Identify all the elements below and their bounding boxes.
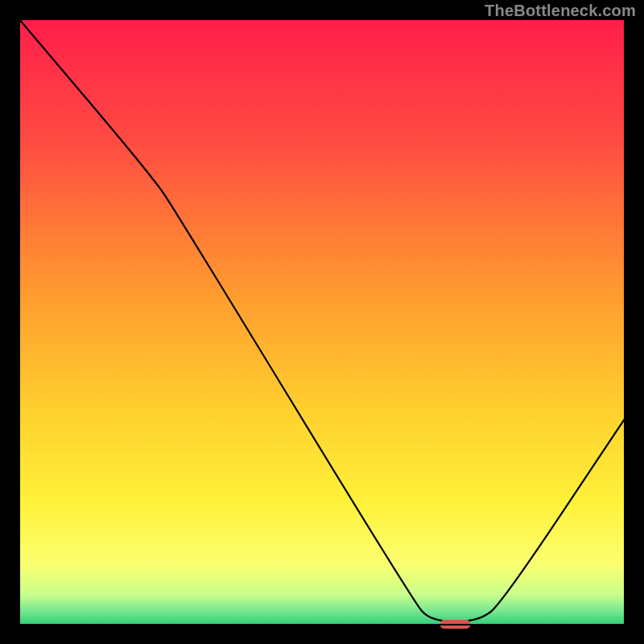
chart-frame: TheBottleneck.com [0,0,644,644]
bottleneck-chart [0,0,644,644]
plot-background [19,19,625,625]
watermark-label: TheBottleneck.com [485,2,636,20]
